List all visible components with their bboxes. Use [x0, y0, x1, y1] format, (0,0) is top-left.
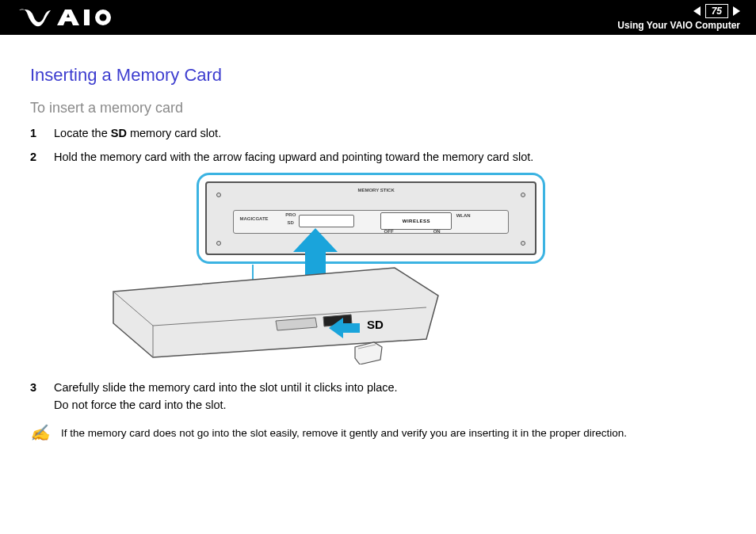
page-content: Inserting a Memory Card To insert a memo… — [0, 35, 756, 456]
page-number: 75 — [705, 4, 728, 18]
svg-marker-6 — [355, 342, 382, 364]
label-off: OFF — [384, 229, 394, 234]
step-number: 1 — [30, 124, 40, 142]
step-1: 1 Locate the SD memory card slot. — [30, 124, 726, 142]
step-body: Hold the memory card with the arrow faci… — [54, 148, 533, 166]
step-text-pre: Locate the — [54, 127, 111, 139]
sd-card-illustration — [353, 341, 384, 364]
wireless-switch: WIRELESS — [380, 212, 452, 230]
slot-callout: MEMORY STICK MAGICGATE PRO SD WIRELESS O… — [197, 173, 545, 264]
svg-marker-3 — [113, 268, 438, 357]
step-3: 3 Carefully slide the memory card into t… — [30, 379, 726, 414]
note-pen-icon: ✍ — [30, 425, 50, 441]
step-text-line2: Do not force the card into the slot. — [54, 399, 227, 411]
laptop-illustration — [109, 264, 442, 359]
step-2: 2 Hold the memory card with the arrow fa… — [30, 148, 726, 166]
screw-icon — [521, 193, 525, 197]
label-magicgate: MAGICGATE — [239, 216, 268, 221]
sd-slot — [299, 215, 354, 227]
sd-label: SD — [367, 318, 384, 331]
step-text-bold: SD — [111, 127, 127, 139]
section-title: Using Your VAIO Computer — [617, 20, 740, 31]
next-page-arrow-icon[interactable] — [733, 6, 740, 16]
header-right: 75 Using Your VAIO Computer — [617, 4, 740, 31]
vaio-logo — [19, 8, 113, 27]
label-wireless: WIRELESS — [403, 219, 430, 223]
prev-page-arrow-icon[interactable] — [693, 6, 701, 16]
step-number: 2 — [30, 148, 40, 166]
label-sd: SD — [287, 220, 293, 225]
note: ✍ If the memory card does not go into th… — [30, 427, 726, 441]
label-wlan: WLAN — [456, 213, 471, 218]
screw-icon — [521, 241, 525, 246]
label-on: ON — [433, 229, 441, 234]
label-pro: PRO — [285, 212, 296, 217]
step-body: Carefully slide the memory card into the… — [54, 379, 398, 414]
page-title: Inserting a Memory Card — [30, 65, 726, 86]
note-text: If the memory card does not go into the … — [61, 427, 627, 439]
insert-arrow-small-icon — [329, 318, 364, 338]
page-subtitle: To insert a memory card — [30, 100, 726, 116]
page-header: 75 Using Your VAIO Computer — [0, 0, 756, 35]
vaio-logo-svg — [19, 8, 113, 27]
screw-icon — [216, 193, 221, 197]
label-memorystick: MEMORY STICK — [357, 188, 394, 193]
callout-panel: MEMORY STICK MAGICGATE PRO SD WIRELESS O… — [205, 181, 536, 255]
screw-icon — [216, 241, 221, 246]
instruction-figure: MEMORY STICK MAGICGATE PRO SD WIRELESS O… — [141, 173, 648, 371]
step-body: Locate the SD memory card slot. — [54, 124, 221, 142]
step-text-line1: Carefully slide the memory card into the… — [54, 381, 398, 394]
step-text-post: memory card slot. — [127, 127, 221, 139]
svg-rect-0 — [84, 10, 90, 25]
page-navigator: 75 — [693, 4, 740, 18]
svg-point-2 — [100, 14, 107, 21]
step-number: 3 — [30, 379, 40, 414]
